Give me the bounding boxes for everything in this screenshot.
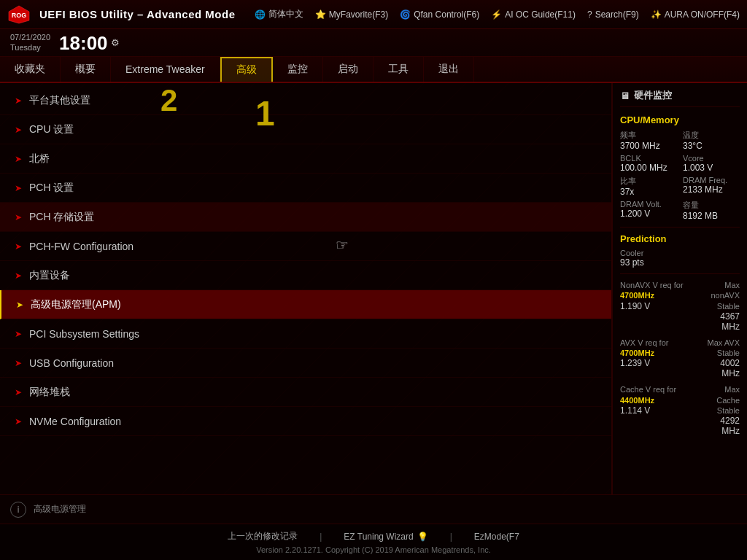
svg-text:ROG: ROG	[12, 12, 27, 19]
footer-divider-2: |	[450, 532, 452, 542]
menu-item-network[interactable]: ➤ 网络堆栈	[0, 378, 611, 407]
menu-item-usb[interactable]: ➤ USB Configuration	[0, 349, 611, 378]
arrow-icon: ➤	[16, 300, 23, 310]
arrow-icon: ➤	[15, 96, 22, 106]
header-bar: ROG UEFI BIOS Utility – Advanced Mode 🌐 …	[0, 0, 747, 29]
stat-label-vcore: Vcore 1.003 V	[683, 154, 740, 173]
header-controls: 🌐 简体中文 ⭐ MyFavorite(F3) 🌀 Qfan Control(F…	[255, 8, 740, 20]
hardware-monitor-sidebar: 🖥 硬件监控 CPU/Memory 频率 3700 MHz 温度 33°C BC…	[612, 83, 747, 494]
menu-item-pci[interactable]: ➤ PCI Subsystem Settings	[0, 319, 611, 349]
menu-item-internal[interactable]: ➤ 内置设备	[0, 261, 611, 290]
footer-divider-1: |	[320, 532, 322, 542]
arrow-icon: ➤	[15, 125, 22, 135]
info-bar: i 高级电源管理	[0, 494, 747, 524]
arrow-icon: ➤	[15, 416, 22, 427]
aura-icon: ✨	[651, 9, 662, 20]
stat-label-freq: 频率 3700 MHz	[620, 130, 677, 151]
arrow-icon: ➤	[15, 358, 22, 368]
logo-area: ROG	[7, 4, 31, 25]
prediction-header: Prediction	[620, 233, 740, 244]
tab-advanced[interactable]: 高级	[220, 57, 273, 82]
arrow-icon: ➤	[15, 212, 22, 222]
stat-label-bclk: BCLK 100.00 MHz	[620, 154, 677, 173]
bulb-icon: 💡	[417, 532, 428, 542]
aura-control[interactable]: ✨ AURA ON/OFF(F4)	[651, 9, 740, 20]
menu-item-apm[interactable]: ➤ 高级电源管理(APM) 2	[0, 290, 611, 319]
date-text: 07/21/2020	[10, 33, 50, 42]
cooler-stat: Cooler 93 pts	[620, 249, 740, 268]
navigation-bar: 收藏夹 概要 Extreme Tweaker 高级 监控 启动 工具 退出	[0, 57, 747, 83]
cpu-memory-header: CPU/Memory	[620, 114, 740, 125]
oc-icon: ⚡	[491, 9, 502, 20]
arrow-icon: ➤	[15, 241, 22, 252]
tab-favorites[interactable]: 收藏夹	[0, 57, 61, 82]
tab-extreme-tweaker[interactable]: Extreme Tweaker	[111, 57, 220, 82]
tab-overview[interactable]: 概要	[61, 57, 111, 82]
footer-links: 上一次的修改记录 | EZ Tuning Wizard 💡 | EzMode(F…	[228, 530, 519, 542]
header-title: UEFI BIOS Utility – Advanced Mode	[39, 8, 255, 20]
clock-display: 18:00	[59, 34, 108, 52]
tab-monitor[interactable]: 监控	[273, 57, 323, 82]
menu-item-north-bridge[interactable]: ➤ 北桥	[0, 144, 611, 174]
day-text: Tuesday	[10, 43, 50, 52]
sidebar-divider	[620, 227, 740, 228]
stat-label-capacity: 容量 8192 MB	[683, 200, 740, 221]
footer: 上一次的修改记录 | EZ Tuning Wizard 💡 | EzMode(F…	[0, 524, 747, 560]
stat-label-dram-volt: DRAM Volt. 1.200 V	[620, 200, 677, 221]
footer-copyright: Version 2.20.1271. Copyright (C) 2019 Am…	[256, 545, 491, 554]
language-control[interactable]: 🌐 简体中文	[255, 8, 303, 20]
tab-exit[interactable]: 退出	[424, 57, 474, 82]
tab-boot[interactable]: 启动	[323, 57, 374, 82]
info-text: 高级电源管理	[34, 503, 86, 516]
stat-label-dram-freq: DRAM Freq. 2133 MHz	[683, 176, 740, 197]
arrow-icon: ➤	[15, 329, 22, 339]
ez-mode-link[interactable]: EzMode(F7	[474, 532, 519, 542]
menu-item-nvme[interactable]: ➤ NVMe Configuration	[0, 407, 611, 436]
prediction-nonvax: NonAVX V req for 4700MHz 1.190 V Max non…	[620, 280, 740, 332]
arrow-icon: ➤	[15, 271, 22, 281]
search-icon: ?	[587, 9, 592, 20]
stat-label-temp: 温度 33°C	[683, 130, 740, 151]
star-icon: ⭐	[315, 9, 326, 20]
ez-tuning-link[interactable]: EZ Tuning Wizard 💡	[344, 532, 427, 542]
qfan-control[interactable]: 🌀 Qfan Control(F6)	[400, 9, 479, 20]
arrow-icon: ➤	[15, 387, 22, 397]
arrow-icon: ➤	[15, 154, 22, 164]
globe-icon: 🌐	[255, 9, 266, 20]
content-area: 1 ➤ 平台其他设置 ➤ CPU 设置 ➤ 北桥 ➤ PCH 设置 ➤ PCH …	[0, 83, 612, 494]
menu-item-platform[interactable]: ➤ 平台其他设置	[0, 86, 611, 115]
monitor-icon: 🖥	[620, 90, 630, 101]
ai-oc-control[interactable]: ⚡ AI OC Guide(F11)	[491, 9, 576, 20]
last-change-link[interactable]: 上一次的修改记录	[228, 530, 298, 542]
sidebar-title: 🖥 硬件监控	[620, 89, 740, 107]
menu-item-pch-storage[interactable]: ➤ PCH 存储设置	[0, 203, 611, 232]
info-icon: i	[10, 502, 26, 518]
datetime-bar: 07/21/2020 Tuesday 18:00 ⚙	[0, 29, 747, 57]
prediction-avx: AVX V req for 4700MHz 1.239 V Max AVX St…	[620, 338, 740, 379]
search-control[interactable]: ? Search(F9)	[587, 9, 639, 20]
menu-item-pch[interactable]: ➤ PCH 设置	[0, 174, 611, 203]
menu-item-pch-fw[interactable]: ➤ PCH-FW Configuration	[0, 232, 611, 261]
rog-logo-icon: ROG	[7, 4, 31, 25]
menu-item-cpu[interactable]: ➤ CPU 设置	[0, 115, 611, 144]
fan-icon: 🌀	[400, 9, 411, 20]
tab-tools[interactable]: 工具	[374, 57, 424, 82]
main-content: 1 ➤ 平台其他设置 ➤ CPU 设置 ➤ 北桥 ➤ PCH 设置 ➤ PCH …	[0, 83, 747, 494]
arrow-icon: ➤	[15, 183, 22, 193]
prediction-cache: Cache V req for 4400MHz 1.114 V Max Cach…	[620, 384, 740, 436]
stat-label-ratio: 比率 37x	[620, 176, 677, 197]
settings-icon[interactable]: ⚙	[111, 37, 120, 48]
menu-panel: 1 ➤ 平台其他设置 ➤ CPU 设置 ➤ 北桥 ➤ PCH 设置 ➤ PCH …	[0, 83, 612, 494]
cpu-stats-grid: 频率 3700 MHz 温度 33°C BCLK 100.00 MHz Vcor…	[620, 130, 740, 221]
sidebar-divider-2	[620, 273, 740, 274]
myfavorite-control[interactable]: ⭐ MyFavorite(F3)	[315, 9, 388, 20]
